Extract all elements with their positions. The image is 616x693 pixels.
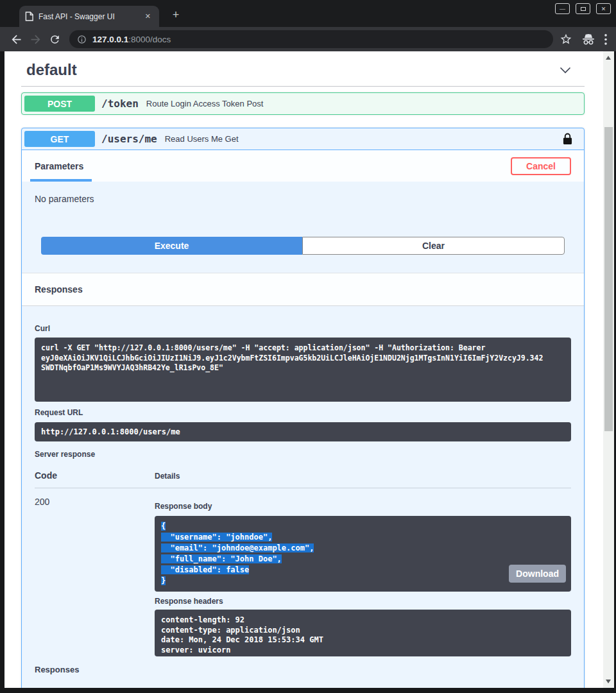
details-column-header: Details xyxy=(155,472,180,481)
responses-body: Curl curl -X GET "http://127.0.0.1:8000/… xyxy=(22,306,584,688)
cancel-button[interactable]: Cancel xyxy=(511,157,571,175)
status-code: 200 xyxy=(35,497,155,656)
json-line: } xyxy=(161,576,565,586)
curl-line: SWDTNqbfOaP1Ms9WVYJAQ3hRB42Ye_lR1sPvo_8E… xyxy=(41,363,565,373)
back-button[interactable] xyxy=(6,30,26,49)
response-body-label: Response body xyxy=(155,502,571,511)
scrollbar-up-arrow-icon[interactable] xyxy=(606,56,611,60)
api-group-header[interactable]: default xyxy=(21,51,585,87)
tab-close-icon[interactable]: ✕ xyxy=(142,11,153,22)
page-viewport: default POST /token Route Login Access T… xyxy=(4,51,614,688)
json-line: "full_name": "John Doe", xyxy=(161,554,565,565)
browser-menu-icon[interactable] xyxy=(604,34,607,45)
tab-title: Fast API - Swagger UI xyxy=(38,12,142,21)
new-tab-button[interactable]: + xyxy=(168,8,184,23)
parameters-tab-underline xyxy=(30,179,92,182)
request-url-value: http://127.0.0.1:8000/users/me xyxy=(41,427,565,436)
scrollbar-down-arrow-icon[interactable] xyxy=(606,680,611,683)
response-header-line: date: Mon, 24 Dec 2018 15:53:34 GMT xyxy=(161,635,565,646)
response-header-line: content-length: 92 xyxy=(161,615,565,626)
get-path: /users/me xyxy=(101,133,157,145)
json-line: "username": "johndoe", xyxy=(161,532,565,543)
json-line: "disabled": false xyxy=(161,565,565,576)
response-details: Response body { "username": "johndoe", "… xyxy=(155,497,571,656)
get-method-badge: GET xyxy=(24,131,95,147)
curl-line: curl -X GET "http://127.0.0.1:8000/users… xyxy=(41,343,565,354)
response-body-block: { "username": "johndoe", "email": "johnd… xyxy=(155,516,571,592)
api-group-title: default xyxy=(26,61,77,79)
response-headers-label: Response headers xyxy=(155,597,571,606)
execute-bar: Execute Clear xyxy=(35,237,571,255)
response-header-line: server: uvicorn xyxy=(161,646,565,656)
window-close-button[interactable]: ✕ xyxy=(596,3,611,14)
code-column-header: Code xyxy=(35,470,155,481)
browser-toolbar: 127.0.0.1:8000/docs xyxy=(0,27,616,51)
execute-button[interactable]: Execute xyxy=(41,237,302,255)
chevron-down-icon[interactable] xyxy=(558,62,573,78)
get-summary-text: Read Users Me Get xyxy=(165,134,239,144)
documented-responses-table-header: Code Description Links xyxy=(35,687,571,688)
curl-label: Curl xyxy=(35,324,571,333)
swagger-content: default POST /token Route Login Access T… xyxy=(4,51,603,688)
curl-command-block: curl -X GET "http://127.0.0.1:8000/users… xyxy=(35,338,571,402)
request-url-label: Request URL xyxy=(35,408,571,417)
auth-lock-button[interactable] xyxy=(563,133,578,145)
incognito-icon xyxy=(581,33,595,46)
url-host: 127.0.0.1 xyxy=(92,35,128,44)
back-icon xyxy=(10,33,23,46)
forward-icon xyxy=(29,33,42,46)
info-icon xyxy=(77,35,87,44)
url-text: 127.0.0.1:8000/docs xyxy=(92,35,171,44)
reload-icon xyxy=(49,33,61,46)
documented-responses-label: Responses xyxy=(35,665,571,674)
opblock-get-users-me: GET /users/me Read Users Me Get Paramete… xyxy=(21,128,585,688)
opblock-post-summary[interactable]: POST /token Route Login Access Token Pos… xyxy=(22,93,584,114)
forward-button[interactable] xyxy=(26,30,45,49)
opblock-get-summary[interactable]: GET /users/me Read Users Me Get xyxy=(22,128,584,150)
browser-tab[interactable]: Fast API - Swagger UI ✕ xyxy=(19,6,159,27)
server-response-table-header: Code Details xyxy=(35,470,571,488)
opblock-post-token: POST /token Route Login Access Token Pos… xyxy=(21,92,585,115)
response-header-line: content-type: application/json xyxy=(161,626,565,636)
page-favicon-icon xyxy=(25,12,33,21)
window-maximize-button[interactable] xyxy=(576,3,590,14)
parameters-header: Parameters Cancel xyxy=(22,150,584,182)
post-method-badge: POST xyxy=(24,96,95,112)
server-response-row: 200 Response body { "username": "johndoe… xyxy=(35,497,571,656)
browser-tab-bar: Fast API - Swagger UI ✕ + — ✕ xyxy=(0,0,616,27)
clear-button[interactable]: Clear xyxy=(302,237,565,255)
doc-links-column-header: Links xyxy=(481,687,571,688)
tab-parameters: Parameters xyxy=(35,161,83,171)
json-line: { xyxy=(161,521,565,532)
url-path: :8000/docs xyxy=(128,35,171,44)
window-minimize-button[interactable]: — xyxy=(555,3,570,14)
response-headers-block: content-length: 92content-type: applicat… xyxy=(155,610,571,656)
curl-line: eyJ0eXAiOiJKV1QiLCJhbGciOiJIUzI1NiJ9.eyJ… xyxy=(41,354,565,364)
maximize-icon xyxy=(581,7,586,11)
request-url-block: http://127.0.0.1:8000/users/me xyxy=(35,422,571,441)
toolbar-right xyxy=(560,33,610,46)
responses-section-header: Responses xyxy=(22,273,584,306)
post-path: /token xyxy=(101,98,139,110)
reload-button[interactable] xyxy=(45,30,64,49)
scrollbar-thumb[interactable] xyxy=(604,127,613,431)
bookmark-star-icon[interactable] xyxy=(560,33,572,46)
page-scrollbar[interactable] xyxy=(603,51,614,688)
download-button[interactable]: Download xyxy=(509,565,566,583)
doc-code-column-header: Code xyxy=(35,687,155,688)
lock-icon xyxy=(563,133,572,145)
post-summary-text: Route Login Access Token Post xyxy=(146,99,264,108)
responses-title: Responses xyxy=(35,284,83,295)
server-response-label: Server response xyxy=(35,450,571,459)
parameters-body: No parameters Execute Clear xyxy=(22,182,584,273)
json-line: "email": "johndoe@example.com", xyxy=(161,543,565,554)
window-controls: — ✕ xyxy=(555,3,611,14)
no-parameters-text: No parameters xyxy=(35,194,571,204)
url-bar[interactable]: 127.0.0.1:8000/docs xyxy=(69,30,553,48)
